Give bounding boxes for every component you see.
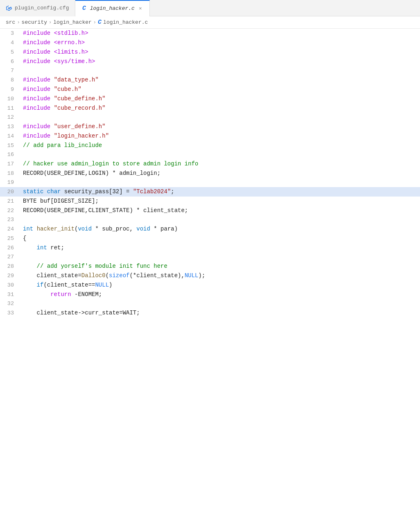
code-line-22: 22 RECORD(USER_DEFINE,CLIENT_STATE) * cl…	[0, 206, 420, 215]
breadcrumb-c-icon: C	[98, 19, 102, 26]
code-content[interactable]: // add para lib_include	[21, 141, 420, 150]
line-number: 25	[0, 234, 21, 243]
code-line-14: 14 #include "login_hacker.h"	[0, 131, 420, 141]
code-line-24: 24 int hacker_init(void * sub_proc, void…	[0, 224, 420, 234]
breadcrumb-sep-2: ›	[49, 20, 52, 25]
code-line-12: 12	[0, 113, 420, 122]
code-content[interactable]: // hacker use admin_login to store admin…	[21, 159, 420, 168]
line-number: 10	[0, 95, 21, 104]
code-content[interactable]: BYTE buf[DIGEST_SIZE];	[21, 197, 420, 206]
code-content[interactable]: client_state=Dalloc0(sizeof(*client_stat…	[21, 271, 420, 280]
code-line-3: 3 #include <stdlib.h>	[0, 29, 420, 38]
code-content[interactable]: #include <limits.h>	[21, 47, 420, 57]
breadcrumb-src[interactable]: src	[6, 19, 15, 25]
code-content[interactable]: return -ENOMEM;	[21, 290, 420, 299]
code-content[interactable]: if(client_state==NULL)	[21, 280, 420, 289]
c-file-icon: C	[81, 5, 88, 12]
code-content[interactable]: int hacker_init(void * sub_proc, void * …	[21, 224, 420, 233]
tab-plugin-config-label: plugin_config.cfg	[15, 5, 69, 11]
breadcrumb-sep-3: ›	[93, 20, 96, 25]
code-line-21: 21 BYTE buf[DIGEST_SIZE];	[0, 197, 420, 206]
breadcrumb-security[interactable]: security	[22, 19, 47, 25]
line-number: 22	[0, 206, 21, 215]
line-number: 30	[0, 281, 21, 290]
code-content[interactable]: int ret;	[21, 243, 420, 252]
code-content[interactable]: #include <errno.h>	[21, 38, 420, 47]
code-content[interactable]: #include "cube.h"	[21, 85, 420, 94]
breadcrumb-filename[interactable]: login_hacker.c	[103, 19, 148, 25]
code-line-23: 23	[0, 215, 420, 224]
code-line-20: 20 static char security_pass[32] = "Tcla…	[0, 187, 420, 197]
code-line-6: 6 #include <sys/time.h>	[0, 57, 420, 66]
line-number: 8	[0, 76, 21, 85]
line-number: 32	[0, 299, 21, 308]
code-content[interactable]: RECORD(USER_DEFINE,CLIENT_STATE) * clien…	[21, 206, 420, 215]
line-number: 27	[0, 253, 21, 262]
code-content[interactable]: #include "data_type.h"	[21, 75, 420, 84]
code-line-31: 31 return -ENOMEM;	[0, 290, 420, 299]
code-line-17: 17 // hacker use admin_login to store ad…	[0, 159, 420, 169]
code-line-10: 10 #include "cube_define.h"	[0, 94, 420, 104]
code-content[interactable]: #include <sys/time.h>	[21, 57, 420, 66]
line-number: 19	[0, 178, 21, 187]
line-number: 11	[0, 104, 21, 113]
code-line-32: 32	[0, 299, 420, 308]
code-line-8: 8 #include "data_type.h"	[0, 75, 420, 85]
code-line-25: 25 {	[0, 234, 420, 243]
code-content[interactable]: RECORD(USER_DEFINE,LOGIN) * admin_login;	[21, 169, 420, 178]
line-number: 26	[0, 244, 21, 253]
code-line-29: 29 client_state=Dalloc0(sizeof(*client_s…	[0, 271, 420, 280]
code-content[interactable]: #include <stdlib.h>	[21, 29, 420, 38]
code-content[interactable]: // add yorself's module init func here	[21, 262, 420, 271]
breadcrumb-login-hacker[interactable]: login_hacker	[53, 19, 92, 25]
line-number: 14	[0, 132, 21, 141]
code-content[interactable]: client_state->curr_state=WAIT;	[21, 308, 420, 317]
code-editor: 3 #include <stdlib.h> 4 #include <errno.…	[0, 29, 420, 318]
code-content[interactable]: #include "user_define.h"	[21, 122, 420, 131]
line-number: 16	[0, 150, 21, 159]
line-number: 24	[0, 225, 21, 234]
code-line-19: 19	[0, 178, 420, 187]
line-number: 17	[0, 160, 21, 169]
line-number: 9	[0, 85, 21, 94]
code-line-4: 4 #include <errno.h>	[0, 38, 420, 47]
code-line-30: 30 if(client_state==NULL)	[0, 280, 420, 290]
code-line-11: 11 #include "cube_record.h"	[0, 104, 420, 113]
code-line-16: 16	[0, 150, 420, 159]
tab-login-hacker-label: login_hacker.c	[90, 5, 135, 11]
code-content[interactable]: #include "cube_define.h"	[21, 94, 420, 103]
code-line-26: 26 int ret;	[0, 243, 420, 253]
line-number: 13	[0, 122, 21, 131]
line-number: 15	[0, 141, 21, 150]
code-line-5: 5 #include <limits.h>	[0, 47, 420, 57]
code-line-33: 33 client_state->curr_state=WAIT;	[0, 308, 420, 318]
line-number: 12	[0, 113, 21, 122]
code-line-13: 13 #include "user_define.h"	[0, 122, 420, 131]
code-line-27: 27	[0, 253, 420, 262]
line-number: 5	[0, 48, 21, 57]
code-content[interactable]: static char security_pass[32] = "Tclab20…	[21, 187, 420, 196]
line-number: 31	[0, 290, 21, 299]
line-number: 20	[0, 188, 21, 197]
code-line-18: 18 RECORD(USER_DEFINE,LOGIN) * admin_log…	[0, 169, 420, 178]
code-line-7: 7	[0, 66, 420, 75]
line-number: 33	[0, 309, 21, 318]
tab-login-hacker[interactable]: C login_hacker.c ✕	[75, 0, 150, 16]
tab-plugin-config[interactable]: plugin_config.cfg	[0, 0, 75, 16]
line-number: 23	[0, 215, 21, 224]
code-content[interactable]: #include "cube_record.h"	[21, 104, 420, 113]
breadcrumb-sep-1: ›	[17, 20, 20, 25]
tab-bar: plugin_config.cfg C login_hacker.c ✕	[0, 0, 420, 16]
line-number: 6	[0, 57, 21, 66]
line-number: 7	[0, 66, 21, 75]
line-number: 28	[0, 262, 21, 271]
gear-icon	[6, 5, 12, 11]
line-number: 18	[0, 169, 21, 178]
code-content[interactable]: {	[21, 234, 420, 243]
code-content[interactable]: #include "login_hacker.h"	[21, 131, 420, 140]
line-number: 3	[0, 29, 21, 38]
code-line-9: 9 #include "cube.h"	[0, 85, 420, 94]
code-line-28: 28 // add yorself's module init func her…	[0, 262, 420, 271]
close-tab-button[interactable]: ✕	[137, 5, 144, 12]
line-number: 4	[0, 38, 21, 47]
